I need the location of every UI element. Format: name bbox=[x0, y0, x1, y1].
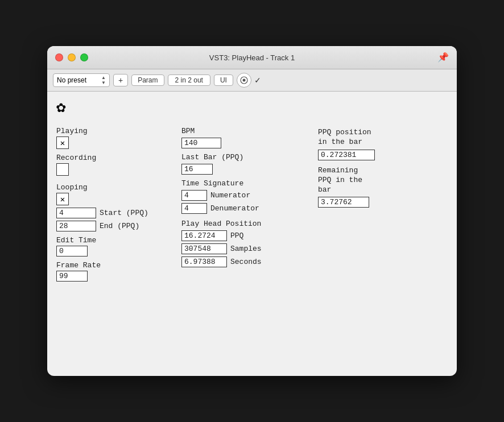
left-column: Playing ✕ Recording Looping ✕ Start (PPQ… bbox=[56, 122, 170, 282]
midi-svg bbox=[240, 76, 248, 84]
check-icon[interactable]: ✓ bbox=[255, 75, 261, 86]
ppq-pos-label: PPQ position in the bar bbox=[318, 128, 409, 147]
denumerator-input[interactable] bbox=[181, 203, 207, 214]
playing-checkbox[interactable]: ✕ bbox=[56, 136, 69, 149]
denumerator-row: Denumerator bbox=[181, 203, 307, 214]
midi-icon[interactable] bbox=[237, 73, 251, 88]
middle-column: BPM Last Bar (PPQ) Time Signature Numera… bbox=[181, 122, 307, 282]
add-button[interactable]: + bbox=[113, 74, 128, 86]
main-window: VST3: PlayHead - Track 1 📌 No preset ▲ ▼… bbox=[47, 46, 457, 376]
ppq-row: PPQ bbox=[181, 230, 307, 241]
remaining-input[interactable] bbox=[318, 197, 369, 208]
bpm-input[interactable] bbox=[181, 138, 221, 148]
end-label: End (PPQ) bbox=[100, 222, 139, 230]
start-input[interactable] bbox=[56, 208, 96, 218]
right-column: PPQ position in the bar Remaining PPQ in… bbox=[318, 122, 409, 282]
ppq-unit: PPQ bbox=[230, 231, 243, 240]
preset-label: No preset bbox=[57, 76, 86, 84]
toolbar: No preset ▲ ▼ + Param 2 in 2 out UI ✓ bbox=[47, 69, 457, 92]
flower-icon: ✿ bbox=[56, 97, 448, 117]
looping-checkbox[interactable]: ✕ bbox=[56, 193, 69, 205]
end-row: End (PPQ) bbox=[56, 221, 170, 231]
looping-label: Looping bbox=[56, 183, 170, 192]
title-bar: VST3: PlayHead - Track 1 📌 bbox=[47, 46, 457, 69]
start-label: Start (PPQ) bbox=[100, 209, 148, 217]
playing-label: Playing bbox=[56, 127, 170, 135]
traffic-lights bbox=[55, 53, 88, 61]
numerator-input[interactable] bbox=[181, 190, 207, 201]
seconds-input[interactable] bbox=[181, 256, 227, 267]
window-title: VST3: PlayHead - Track 1 bbox=[209, 53, 295, 62]
denumerator-label: Denumerator bbox=[210, 204, 259, 213]
end-input[interactable] bbox=[56, 221, 96, 231]
edit-time-label: Edit Time bbox=[56, 236, 170, 245]
bpm-label: BPM bbox=[181, 127, 307, 135]
recording-label: Recording bbox=[56, 154, 170, 162]
close-button[interactable] bbox=[55, 53, 63, 61]
seconds-unit: Seconds bbox=[230, 258, 262, 266]
samples-row: Samples bbox=[181, 243, 307, 254]
ui-button[interactable]: UI bbox=[214, 75, 233, 86]
content-area: ✿ Playing ✕ Recording Looping ✕ Start (P… bbox=[47, 92, 457, 293]
frame-rate-input[interactable] bbox=[56, 271, 88, 282]
channel-info: 2 in 2 out bbox=[168, 75, 210, 86]
last-bar-input[interactable] bbox=[181, 164, 213, 175]
pin-icon[interactable]: 📌 bbox=[437, 52, 449, 63]
time-sig-label: Time Signature bbox=[181, 179, 307, 188]
remaining-label: Remaining PPQ in the bar bbox=[318, 166, 409, 195]
svg-point-1 bbox=[242, 79, 245, 82]
numerator-label: Numerator bbox=[210, 191, 250, 200]
numerator-row: Numerator bbox=[181, 190, 307, 201]
param-button[interactable]: Param bbox=[131, 75, 164, 86]
start-row: Start (PPQ) bbox=[56, 208, 170, 218]
play-head-label: Play Head Position bbox=[181, 220, 307, 228]
samples-input[interactable] bbox=[181, 243, 227, 254]
samples-unit: Samples bbox=[230, 245, 262, 253]
ppq-pos-input[interactable] bbox=[318, 150, 375, 160]
ppq-input[interactable] bbox=[181, 230, 227, 241]
frame-rate-label: Frame Rate bbox=[56, 261, 170, 270]
preset-arrows: ▲ ▼ bbox=[101, 75, 106, 85]
main-grid: Playing ✕ Recording Looping ✕ Start (PPQ… bbox=[56, 122, 448, 282]
last-bar-label: Last Bar (PPQ) bbox=[181, 153, 307, 162]
preset-dropdown[interactable]: No preset ▲ ▼ bbox=[53, 73, 110, 87]
seconds-row: Seconds bbox=[181, 256, 307, 267]
maximize-button[interactable] bbox=[80, 53, 88, 61]
recording-checkbox[interactable] bbox=[56, 163, 69, 176]
edit-time-input[interactable] bbox=[56, 246, 88, 256]
minimize-button[interactable] bbox=[68, 53, 76, 61]
